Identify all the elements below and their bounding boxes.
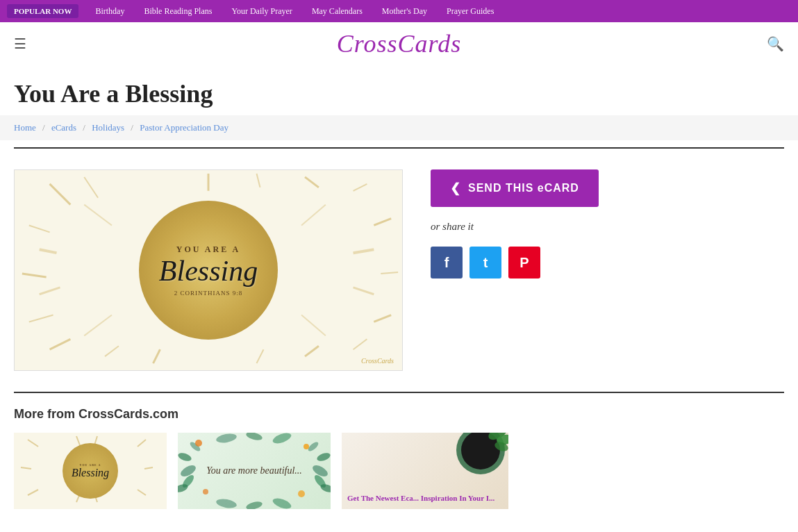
svg-line-19 bbox=[40, 288, 60, 294]
svg-line-11 bbox=[374, 315, 391, 322]
svg-line-31 bbox=[138, 490, 146, 495]
svg-line-15 bbox=[305, 177, 319, 188]
svg-line-12 bbox=[381, 272, 398, 274]
svg-line-26 bbox=[28, 440, 38, 447]
send-ecard-label: SEND THIS eCARD bbox=[468, 182, 579, 194]
ecard-watermark: CrossCards bbox=[361, 357, 394, 365]
facebook-icon: f bbox=[444, 255, 449, 271]
daily-prayer-link[interactable]: Your Daily Prayer bbox=[222, 6, 301, 17]
svg-point-52 bbox=[272, 433, 292, 445]
svg-point-42 bbox=[316, 451, 331, 463]
send-btn-arrow-icon: ❮ bbox=[450, 181, 461, 196]
page-title: You Are a Blessing bbox=[14, 79, 784, 108]
birthday-link[interactable]: Birthday bbox=[85, 6, 134, 17]
site-header: ☰ CrossCards 🔍 bbox=[0, 22, 798, 65]
pinterest-share-button[interactable]: P bbox=[508, 247, 540, 279]
breadcrumb-sep-1: / bbox=[42, 122, 45, 133]
svg-line-18 bbox=[40, 249, 57, 253]
svg-line-32 bbox=[76, 436, 80, 445]
more-card-2[interactable]: You are more beautiful... bbox=[178, 433, 331, 509]
svg-line-3 bbox=[22, 274, 47, 277]
svg-point-51 bbox=[245, 433, 263, 442]
svg-line-14 bbox=[354, 184, 367, 191]
breadcrumb-current: Pastor Appreciation Day bbox=[140, 122, 228, 133]
svg-line-5 bbox=[50, 339, 71, 349]
svg-point-53 bbox=[215, 497, 238, 509]
svg-line-28 bbox=[28, 490, 38, 495]
twitter-share-button[interactable]: t bbox=[469, 247, 501, 279]
svg-line-22 bbox=[84, 205, 112, 226]
send-ecard-button[interactable]: ❮ SEND THIS eCARD bbox=[431, 169, 599, 207]
facebook-share-button[interactable]: f bbox=[431, 247, 463, 279]
svg-line-6 bbox=[105, 346, 119, 356]
svg-line-23 bbox=[301, 205, 326, 226]
ecard-image-container: YOU ARE A Blessing 2 CORINTHIANS 9:8 Cro… bbox=[14, 169, 403, 371]
top-nav: Popular Now Birthday Bible Reading Plans… bbox=[0, 0, 798, 22]
svg-line-1 bbox=[84, 177, 98, 198]
svg-point-37 bbox=[178, 451, 192, 463]
top-divider bbox=[14, 147, 784, 149]
may-calendars-link[interactable]: May Calendars bbox=[302, 6, 372, 17]
svg-line-25 bbox=[301, 315, 326, 336]
bottom-divider bbox=[14, 392, 784, 393]
ecard-image: YOU ARE A Blessing 2 CORINTHIANS 9:8 Cro… bbox=[15, 170, 402, 370]
svg-line-30 bbox=[144, 467, 153, 469]
more-section: More from CrossCards.com bbox=[0, 407, 798, 509]
share-buttons: f t P bbox=[431, 247, 599, 279]
more-card-1[interactable]: YOU ARE A Blessing bbox=[14, 433, 167, 509]
ecard-verse: 2 CORINTHIANS 9:8 bbox=[174, 290, 243, 297]
popular-now-badge: Popular Now bbox=[7, 4, 78, 18]
svg-point-46 bbox=[195, 440, 202, 447]
breadcrumb-holidays[interactable]: Holidays bbox=[92, 122, 124, 133]
svg-line-24 bbox=[84, 315, 112, 336]
svg-point-55 bbox=[272, 497, 292, 509]
svg-line-21 bbox=[354, 288, 374, 294]
more-card-ad[interactable]: Get The Newest Eca... Inspiration In You… bbox=[342, 433, 508, 509]
svg-line-0 bbox=[50, 184, 71, 205]
search-icon[interactable]: 🔍 bbox=[767, 35, 784, 52]
svg-line-16 bbox=[257, 174, 260, 188]
ecard-text-top: YOU ARE A bbox=[176, 244, 240, 255]
svg-line-2 bbox=[29, 225, 50, 232]
svg-point-54 bbox=[245, 500, 263, 509]
svg-line-20 bbox=[354, 249, 374, 253]
svg-line-9 bbox=[305, 346, 319, 356]
svg-line-29 bbox=[138, 440, 146, 447]
bible-reading-link[interactable]: Bible Reading Plans bbox=[134, 6, 222, 17]
svg-line-27 bbox=[21, 467, 31, 469]
svg-line-8 bbox=[257, 349, 264, 363]
ad-text: Get The Newest Eca... Inspiration In You… bbox=[347, 493, 494, 504]
twitter-icon: t bbox=[483, 255, 488, 271]
hamburger-icon[interactable]: ☰ bbox=[14, 35, 26, 52]
svg-point-47 bbox=[304, 444, 309, 449]
svg-line-13 bbox=[374, 219, 391, 226]
ecard-actions: ❮ SEND THIS eCARD or share it f t P bbox=[431, 169, 599, 279]
page-title-section: You Are a Blessing bbox=[0, 65, 798, 115]
mothers-day-link[interactable]: Mother's Day bbox=[372, 6, 437, 17]
prayer-guides-link[interactable]: Prayer Guides bbox=[437, 6, 504, 17]
main-content: YOU ARE A Blessing 2 CORINTHIANS 9:8 Cro… bbox=[0, 156, 798, 385]
breadcrumb: Home / eCards / Holidays / Pastor Apprec… bbox=[0, 115, 798, 140]
svg-line-7 bbox=[153, 349, 160, 363]
pinterest-icon: P bbox=[519, 255, 529, 271]
site-logo[interactable]: CrossCards bbox=[337, 29, 461, 58]
share-label: or share it bbox=[431, 221, 599, 233]
breadcrumb-sep-2: / bbox=[83, 122, 85, 133]
ecard-text-main: Blessing bbox=[159, 256, 258, 285]
more-cards-container: YOU ARE A Blessing bbox=[14, 433, 784, 509]
svg-line-4 bbox=[29, 315, 53, 322]
breadcrumb-ecards[interactable]: eCards bbox=[51, 122, 76, 133]
svg-line-10 bbox=[354, 339, 367, 349]
breadcrumb-home[interactable]: Home bbox=[14, 122, 36, 133]
svg-point-50 bbox=[215, 433, 238, 444]
more-section-title: More from CrossCards.com bbox=[14, 407, 784, 422]
breadcrumb-sep-3: / bbox=[131, 122, 133, 133]
